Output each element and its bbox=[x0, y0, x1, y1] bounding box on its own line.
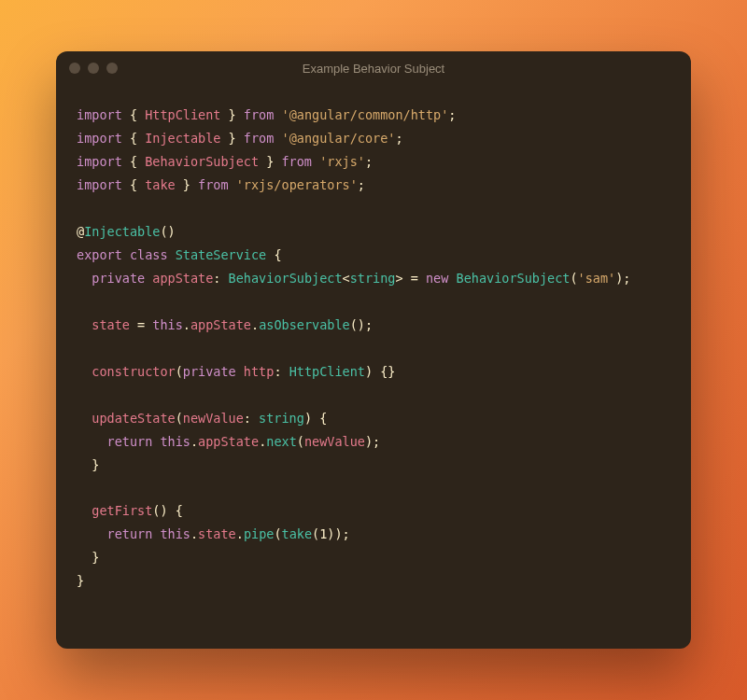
titlebar: Example Behavior Subject bbox=[56, 51, 691, 85]
maximize-icon[interactable] bbox=[106, 63, 118, 74]
window-title: Example Behavior Subject bbox=[56, 62, 691, 76]
code-content: import { HttpClient } from '@angular/com… bbox=[77, 104, 670, 593]
close-icon[interactable] bbox=[69, 63, 80, 74]
code-window: Example Behavior Subject import { HttpCl… bbox=[56, 51, 691, 649]
minimize-icon[interactable] bbox=[88, 63, 99, 74]
code-editor[interactable]: import { HttpClient } from '@angular/com… bbox=[56, 85, 691, 649]
traffic-lights bbox=[69, 63, 118, 74]
